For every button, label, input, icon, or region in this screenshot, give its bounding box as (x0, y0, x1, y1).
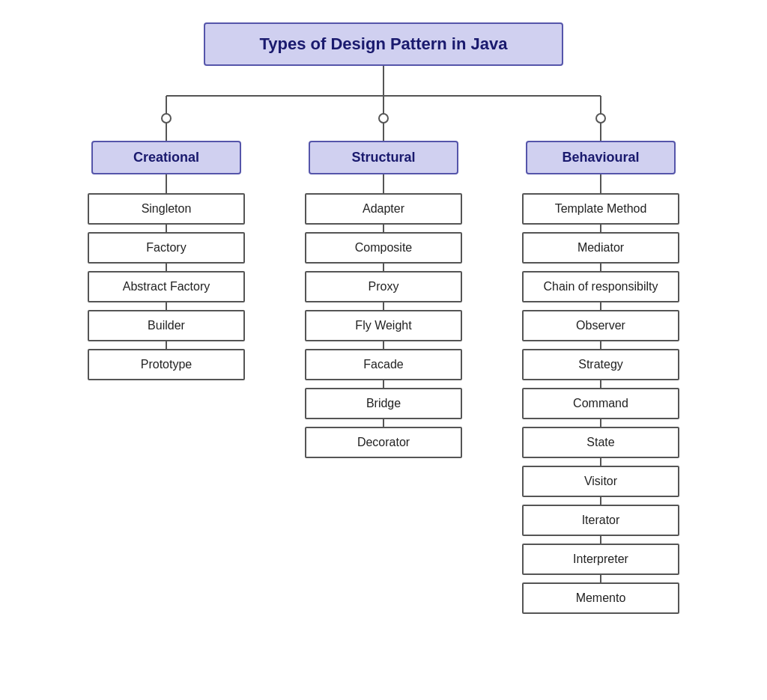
category-structural: Structural (309, 141, 458, 174)
item-proxy: Proxy (305, 271, 462, 302)
connector (600, 264, 601, 271)
connector (383, 264, 384, 271)
item-observer: Observer (522, 310, 679, 341)
item-flyweight: Fly Weight (305, 310, 462, 341)
item-composite: Composite (305, 232, 462, 264)
diagram: Types of Design Pattern in Java Creation… (24, 22, 743, 614)
item-bridge: Bridge (305, 388, 462, 419)
connector (600, 225, 601, 232)
connector (383, 419, 384, 427)
connector (383, 302, 384, 310)
item-prototype: Prototype (88, 349, 245, 380)
svg-point-7 (596, 114, 605, 123)
branch-connector-svg (76, 66, 691, 141)
connector (600, 419, 601, 427)
item-template-method: Template Method (522, 193, 679, 225)
item-singleton: Singleton (88, 193, 245, 225)
connector (383, 380, 384, 388)
column-structural: Structural Adapter Composite Proxy Fly W… (294, 141, 473, 458)
connector (600, 458, 601, 466)
item-decorator: Decorator (305, 427, 462, 458)
item-interpreter: Interpreter (522, 544, 679, 575)
item-chain-of-responsibility: Chain of responsibilty (522, 271, 679, 302)
item-mediator: Mediator (522, 232, 679, 264)
category-creational: Creational (91, 141, 241, 174)
connector (383, 174, 384, 193)
connector (600, 302, 601, 310)
item-factory: Factory (88, 232, 245, 264)
item-iterator: Iterator (522, 505, 679, 536)
root-node: Types of Design Pattern in Java (204, 22, 563, 66)
item-memento: Memento (522, 582, 679, 614)
svg-point-5 (162, 114, 171, 123)
category-behavioural: Behavioural (526, 141, 676, 174)
connector (600, 174, 601, 193)
connector (600, 536, 601, 544)
connector (600, 341, 601, 349)
item-adapter: Adapter (305, 193, 462, 225)
item-command: Command (522, 388, 679, 419)
connector (166, 341, 167, 349)
connector (600, 380, 601, 388)
svg-point-6 (379, 114, 388, 123)
item-abstract-factory: Abstract Factory (88, 271, 245, 302)
connector (166, 302, 167, 310)
connector (166, 264, 167, 271)
connector (166, 174, 167, 193)
item-facade: Facade (305, 349, 462, 380)
connector (600, 497, 601, 505)
column-behavioural: Behavioural Template Method Mediator Cha… (511, 141, 691, 614)
connector (383, 341, 384, 349)
item-state: State (522, 427, 679, 458)
item-strategy: Strategy (522, 349, 679, 380)
connector (600, 575, 601, 582)
connector (166, 225, 167, 232)
connector (383, 225, 384, 232)
column-creational: Creational Singleton Factory Abstract Fa… (76, 141, 256, 380)
item-visitor: Visitor (522, 466, 679, 497)
item-builder: Builder (88, 310, 245, 341)
